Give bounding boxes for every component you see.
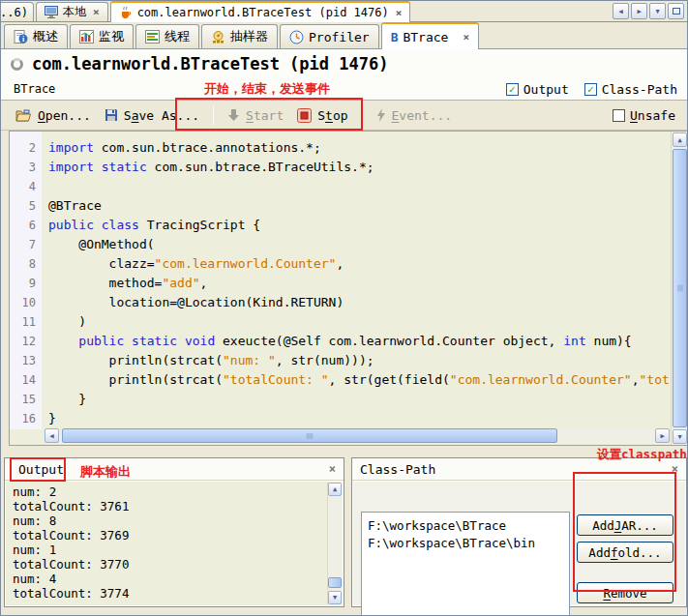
maximize-button[interactable]	[668, 3, 684, 19]
code-line: 9 method="add",	[10, 274, 670, 293]
output-checkbox[interactable]: ✓ Output	[506, 82, 569, 97]
classpath-checkbox[interactable]: ✓ Class-Path	[584, 82, 677, 97]
classpath-list[interactable]: F:\workspace\BTraceF:\workspace\BTrace\b…	[361, 512, 570, 616]
scroll-down-icon[interactable]: ▼	[673, 429, 687, 444]
code-line: 14 println(strcat("totalCount: ", str(ge…	[10, 370, 670, 390]
code-line: 16}	[10, 409, 670, 428]
code-line: 2import com.sun.btrace.annotations.*;	[10, 138, 670, 158]
output-line: num: 1	[13, 543, 343, 557]
window-tab-btracetest[interactable]: com.learnworld.BTraceTest (pid 1476) ×	[110, 1, 411, 22]
code-line: 6public class TracingScript {	[10, 216, 670, 235]
btrace-b-icon: B	[391, 31, 399, 44]
scrollbar-thumb[interactable]	[328, 577, 342, 588]
profiler-clock-icon	[289, 30, 304, 44]
output-line: num: 8	[13, 513, 343, 528]
tab-overview[interactable]: i 概述	[4, 24, 68, 48]
scroll-down-icon[interactable]: ▼	[328, 591, 342, 604]
title-row: com.learnworld.BTraceTest (pid 1476)	[1, 49, 687, 78]
code-line: 15 }	[10, 390, 670, 409]
tab-label: Profiler	[309, 30, 370, 44]
save-floppy-icon	[105, 108, 118, 122]
line-number: 16	[10, 409, 36, 428]
code-line: 7 @OnMethod(	[10, 235, 670, 254]
window-tab-truncated[interactable]: ...6)	[1, 2, 34, 21]
checkbox-checked-icon: ✓	[506, 83, 519, 96]
sampler-icon	[211, 30, 225, 44]
code-line: 11 )	[10, 312, 670, 332]
scrollbar-thumb[interactable]	[62, 428, 557, 443]
close-icon[interactable]: ×	[396, 8, 403, 18]
scroll-tabs-left-button[interactable]: ◀	[613, 3, 629, 19]
tab-label: BTrace	[403, 30, 448, 44]
view-tab-bar: i 概述 监视 线程 抽样器 Profiler	[1, 22, 687, 49]
window-tab-label: 本地	[63, 4, 86, 20]
close-icon[interactable]: ×	[93, 7, 100, 17]
code-line: 3import static com.sun.btrace.BTraceUtil…	[10, 158, 670, 177]
output-vertical-scrollbar[interactable]: ▲ ▼	[327, 482, 343, 605]
annotation-start-stop-event: 开始，结束，发送事件	[204, 80, 330, 98]
event-lightning-icon	[376, 108, 386, 122]
scroll-tabs-right-button[interactable]: ▶	[631, 3, 647, 19]
tab-label: 抽样器	[230, 28, 268, 45]
code-line: 8 clazz="com.learnworld.Counter",	[10, 254, 670, 274]
tab-btrace[interactable]: B BTrace ×	[381, 22, 479, 49]
line-number: 7	[10, 235, 36, 254]
unsafe-checkbox[interactable]: Unsafe	[613, 108, 679, 123]
code-line: 10 location=@Location(Kind.RETURN)	[10, 293, 670, 312]
tab-label: 线程	[165, 28, 190, 45]
editor-vertical-scrollbar[interactable]: ▲ ▼	[671, 132, 687, 445]
threads-icon	[145, 30, 160, 44]
close-icon[interactable]: ×	[329, 462, 336, 476]
tab-label: 监视	[99, 28, 124, 45]
line-number: 11	[10, 312, 36, 332]
classpath-item[interactable]: F:\workspace\BTrace	[368, 517, 563, 535]
line-number: 12	[10, 332, 36, 351]
line-number: 4	[10, 177, 36, 196]
annotation-box-output	[10, 457, 66, 482]
checkbox-unchecked-icon	[613, 109, 625, 122]
window-tab-local[interactable]: 本地 ×	[36, 2, 108, 21]
line-number: 3	[10, 158, 36, 177]
tab-sampler[interactable]: 抽样器	[201, 24, 278, 48]
event-button[interactable]: Event...	[370, 104, 460, 127]
scroll-left-icon[interactable]: ◀	[45, 428, 59, 443]
output-line: totalCount: 3761	[13, 499, 343, 513]
output-line: totalCount: 3769	[13, 528, 343, 543]
output-line: num: 2	[13, 484, 343, 499]
classpath-item[interactable]: F:\workspace\BTrace\bin	[368, 535, 563, 552]
checkbox-label: Output	[523, 82, 569, 97]
scroll-right-icon[interactable]: ▶	[655, 428, 670, 443]
open-folder-icon	[15, 109, 32, 122]
tab-threads[interactable]: 线程	[135, 24, 199, 48]
scroll-up-icon[interactable]: ▲	[328, 483, 342, 496]
tab-profiler[interactable]: Profiler	[280, 24, 379, 48]
page-title: com.learnworld.BTraceTest (pid 1476)	[32, 54, 388, 73]
line-number: 14	[10, 370, 36, 390]
annotation-box-classpath-buttons	[573, 472, 676, 592]
classpath-panel-title: Class-Path	[360, 462, 435, 477]
tab-list-dropdown-button[interactable]: ▼	[649, 3, 666, 19]
tab-monitor[interactable]: 监视	[70, 24, 134, 48]
checkbox-label: Class-Path	[602, 82, 677, 97]
computer-icon	[45, 6, 58, 18]
code-editor[interactable]: 12import com.sun.btrace.annotations.*;3i…	[9, 131, 688, 446]
code-line: 4	[10, 177, 670, 196]
output-console[interactable]: num: 2totalCount: 3761num: 8totalCount: …	[6, 482, 343, 605]
btrace-section-label: BTrace	[1, 82, 55, 96]
open-button[interactable]: Open...	[9, 104, 98, 127]
window-tab-bar: ...6) 本地 × com.learnworld.BTraceTest (pi…	[1, 1, 687, 22]
tab-nav-buttons: ◀ ▶ ▼	[613, 3, 684, 19]
code-line: 5@BTrace	[10, 196, 670, 216]
maximize-icon	[673, 8, 680, 15]
code-line: 12 public static void exeucte(@Self com.…	[10, 332, 670, 351]
open-button-label: Open...	[38, 108, 91, 123]
checkbox-checked-icon: ✓	[584, 83, 597, 96]
event-button-label: Event...	[392, 108, 453, 123]
editor-horizontal-scrollbar[interactable]: ◀ ▶	[45, 428, 670, 444]
scrollbar-thumb[interactable]	[673, 149, 687, 427]
unsafe-label: Unsafe	[630, 108, 675, 123]
tab-label: 概述	[33, 28, 58, 45]
scroll-up-icon[interactable]: ▲	[673, 132, 687, 147]
close-icon[interactable]: ×	[463, 32, 469, 43]
output-line: totalCount: 3770	[13, 557, 343, 572]
